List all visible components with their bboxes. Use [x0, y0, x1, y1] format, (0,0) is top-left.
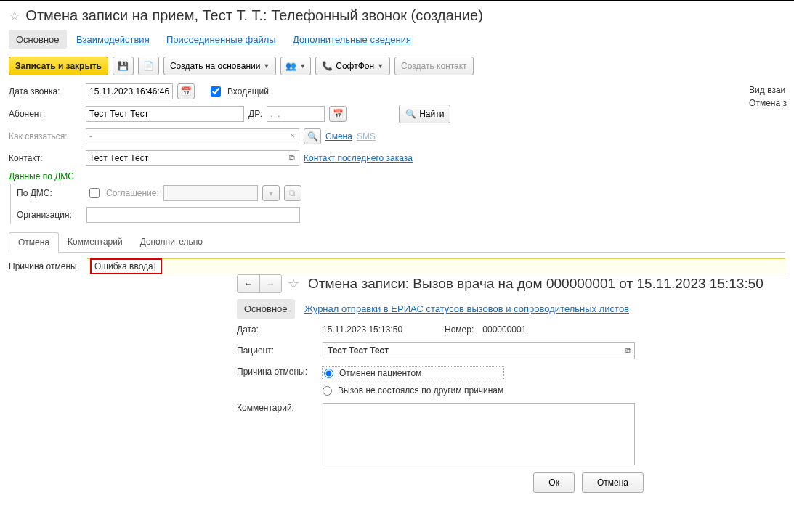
call-date-label: Дата звонка:	[9, 86, 81, 97]
modal-ok-button[interactable]: Ок	[533, 472, 575, 493]
modal-number-value: 000000001	[482, 324, 526, 335]
cancel-reason-field[interactable]: Ошибка ввода	[87, 258, 785, 274]
last-order-contact-link[interactable]: Контакт последнего заказа	[304, 153, 413, 163]
nav-back-forward: ← →	[237, 274, 282, 293]
radio-other-reason[interactable]	[323, 386, 332, 396]
shift-link[interactable]: Смена	[325, 131, 352, 142]
subtab-cancel[interactable]: Отмена	[9, 232, 59, 253]
document-icon: 📄	[143, 61, 154, 71]
chevron-down-icon: ▼	[263, 62, 270, 70]
incoming-checkbox[interactable]	[211, 86, 221, 97]
cancel-reason-label: Причина отмены	[9, 261, 87, 271]
subtabs: Отмена Комментарий Дополнительно	[9, 232, 785, 253]
modal-number-label: Номер:	[445, 324, 474, 335]
calendar-icon: 📅	[333, 109, 344, 119]
chevron-down-icon: ▼	[299, 62, 306, 70]
phone-icon: 📞	[322, 61, 333, 71]
howto-contact-label: Как связаться:	[9, 131, 81, 142]
subtab-comment[interactable]: Комментарий	[59, 232, 131, 252]
modal-cancel-button[interactable]: Отмена	[582, 472, 644, 493]
birth-date-input[interactable]	[267, 106, 325, 122]
calendar-button-2[interactable]: 📅	[329, 106, 347, 122]
organization-input[interactable]	[86, 207, 300, 223]
modal-patient-field[interactable]: Тест Тест Тест ⧉	[323, 342, 635, 359]
modal-tab-journal[interactable]: Журнал отправки в ЕРИАС статусов вызовов…	[297, 299, 636, 319]
calendar-button[interactable]: 📅	[177, 83, 195, 99]
navtab-additional-info[interactable]: Дополнительные сведения	[285, 30, 418, 49]
page-header: ☆ Отмена записи на прием, Тест Т. Т.: Те…	[9, 7, 785, 24]
floppy-icon: 💾	[118, 61, 129, 71]
call-date-input[interactable]	[86, 83, 173, 99]
open-icon[interactable]: ⧉	[289, 153, 295, 163]
open-icon[interactable]: ⧉	[625, 346, 631, 356]
sms-link[interactable]: SMS	[357, 131, 376, 142]
howto-contact-input[interactable]	[86, 128, 299, 144]
navtab-interactions[interactable]: Взаимодействия	[69, 30, 157, 49]
agreement-open: ⧉	[284, 185, 301, 201]
form: Дата звонка: 📅 Входящий Абонент: ДР: 📅 🔍…	[9, 83, 785, 274]
modal-tab-main[interactable]: Основное	[237, 299, 295, 319]
softphone-button[interactable]: 📞 СофтФон ▼	[315, 57, 390, 75]
cancel-record-modal: ← → ☆ Отмена записи: Вызов врача на дом …	[237, 274, 787, 493]
agreement-label: Соглашение:	[106, 188, 159, 198]
search-icon: 🔍	[405, 109, 416, 119]
nav-tabs: Основное Взаимодействия Присоединенные ф…	[9, 30, 785, 49]
dms-section-title: Данные по ДМС	[9, 171, 785, 181]
modal-reason-label: Причина отмены:	[237, 367, 317, 377]
incoming-label: Входящий	[227, 86, 269, 97]
radio-cancelled-by-patient[interactable]	[324, 369, 333, 378]
contact-input[interactable]	[86, 150, 299, 166]
radio-other-reason-label: Вызов не состоялся по другим причинам	[338, 385, 503, 396]
cancel-reason-value: Ошибка ввода	[94, 261, 156, 271]
people-button[interactable]: 👥 ▼	[280, 57, 311, 75]
by-dms-label: По ДМС:	[17, 188, 82, 198]
modal-patient-label: Пациент:	[237, 345, 317, 356]
modal-date-label: Дата:	[237, 324, 317, 335]
subscriber-label: Абонент:	[9, 109, 81, 119]
create-contact-button[interactable]: Создать контакт	[394, 57, 474, 75]
search-iconbutton[interactable]: 🔍	[304, 128, 321, 144]
chevron-down-icon: ▼	[377, 62, 384, 70]
create-based-on-button[interactable]: Создать на основании ▼	[163, 57, 276, 75]
modal-patient-value: Тест Тест Тест	[328, 345, 389, 356]
document-button[interactable]: 📄	[138, 57, 159, 75]
favorite-star-icon-2[interactable]: ☆	[288, 276, 299, 292]
modal-date-value: 15.11.2023 15:13:50	[323, 324, 439, 335]
favorite-star-icon[interactable]: ☆	[9, 8, 20, 24]
modal-title: Отмена записи: Вызов врача на дом 000000…	[308, 276, 763, 292]
find-button[interactable]: 🔍 Найти	[399, 105, 450, 123]
agreement-dropdown: ▾	[262, 185, 280, 201]
modal-comment-label: Комментарий:	[237, 403, 317, 413]
save-and-close-button[interactable]: Записать и закрыть	[9, 57, 108, 75]
back-button[interactable]: ←	[238, 275, 259, 292]
people-icon: 👥	[285, 61, 296, 71]
agreement-input	[163, 185, 258, 201]
navtab-main[interactable]: Основное	[9, 30, 67, 49]
arrow-right-icon: →	[267, 279, 275, 289]
page-title: Отмена записи на прием, Тест Т. Т.: Теле…	[25, 7, 482, 24]
modal-comment-textarea[interactable]	[323, 403, 635, 465]
contact-label: Контакт:	[9, 153, 81, 163]
calendar-icon: 📅	[181, 86, 192, 97]
save-button[interactable]: 💾	[113, 57, 134, 75]
by-dms-checkbox[interactable]	[89, 188, 100, 198]
arrow-left-icon: ←	[244, 279, 253, 289]
birth-date-label: ДР:	[248, 109, 262, 119]
navtab-attached-files[interactable]: Присоединенные файлы	[159, 30, 283, 49]
forward-button[interactable]: →	[259, 275, 281, 292]
clear-icon[interactable]: ×	[290, 131, 295, 141]
subscriber-input[interactable]	[86, 106, 244, 122]
organization-label: Организация:	[17, 210, 82, 220]
search-icon: 🔍	[307, 131, 318, 142]
clipped-side-panel: Вид взаи Отмена з	[749, 83, 787, 110]
toolbar: Записать и закрыть 💾 📄 Создать на основа…	[9, 57, 785, 75]
radio-cancelled-by-patient-label: Отменен пациентом	[339, 368, 421, 378]
subtab-extra[interactable]: Дополнительно	[131, 232, 211, 252]
